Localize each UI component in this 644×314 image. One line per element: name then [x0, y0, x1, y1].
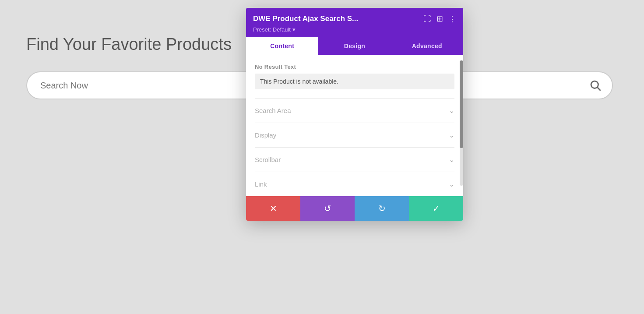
tab-content[interactable]: Content: [246, 37, 318, 55]
display-chevron-icon: ⌄: [449, 131, 454, 139]
layout-icon[interactable]: ⊞: [436, 14, 443, 24]
accordion-scrollbar-header[interactable]: Scrollbar ⌄: [255, 155, 454, 164]
scrollbar-track[interactable]: [460, 60, 463, 186]
accordion-display-header[interactable]: Display ⌄: [255, 131, 454, 139]
tab-advanced[interactable]: Advanced: [391, 37, 463, 55]
accordion-link-header[interactable]: Link ⌄: [255, 180, 454, 188]
search-area-chevron-icon: ⌄: [449, 106, 454, 115]
save-button[interactable]: ✓: [409, 196, 463, 221]
panel-header-icons: ⛶ ⊞ ⋮: [423, 14, 456, 24]
accordion-search-area-header[interactable]: Search Area ⌄: [255, 106, 454, 115]
undo-button[interactable]: ↺: [300, 196, 355, 221]
accordion-search-area-label: Search Area: [255, 107, 291, 114]
cancel-button[interactable]: ✕: [246, 196, 300, 221]
svg-line-1: [597, 87, 601, 91]
panel-body: No Result Text Search Area ⌄ Display ⌄ S…: [246, 55, 463, 196]
preset-label: Preset: Default: [253, 26, 291, 33]
preset-chevron-icon: ▾: [292, 26, 296, 33]
scrollbar-thumb[interactable]: [460, 60, 463, 148]
no-result-label: No Result Text: [255, 64, 454, 70]
search-icon: [587, 77, 604, 94]
panel-tabs: Content Design Advanced: [246, 37, 463, 55]
redo-button[interactable]: ↻: [355, 196, 409, 221]
panel-preset[interactable]: Preset: Default ▾: [253, 26, 456, 33]
panel-title: DWE Product Ajax Search S...: [253, 14, 423, 23]
scrollbar-chevron-icon: ⌄: [449, 155, 454, 164]
tab-design[interactable]: Design: [318, 37, 391, 55]
page-title: Find Your Favorite Products: [26, 35, 232, 54]
expand-icon[interactable]: ⛶: [423, 14, 431, 24]
accordion-display: Display ⌄: [255, 123, 454, 147]
more-icon[interactable]: ⋮: [448, 14, 456, 24]
accordion-scrollbar: Scrollbar ⌄: [255, 147, 454, 172]
settings-panel: DWE Product Ajax Search S... ⛶ ⊞ ⋮ Prese…: [246, 8, 463, 221]
accordion-link-label: Link: [255, 180, 267, 188]
no-result-input[interactable]: [255, 74, 454, 89]
search-svg-icon: [589, 79, 602, 92]
panel-header: DWE Product Ajax Search S... ⛶ ⊞ ⋮ Prese…: [246, 8, 463, 37]
svg-point-0: [591, 81, 598, 88]
panel-footer: ✕ ↺ ↻ ✓: [246, 196, 463, 221]
accordion-link: Link ⌄: [255, 172, 454, 196]
accordion-scrollbar-label: Scrollbar: [255, 156, 281, 163]
link-chevron-icon: ⌄: [449, 180, 454, 188]
panel-header-top: DWE Product Ajax Search S... ⛶ ⊞ ⋮: [253, 14, 456, 24]
accordion-display-label: Display: [255, 131, 276, 139]
accordion-search-area: Search Area ⌄: [255, 98, 454, 123]
